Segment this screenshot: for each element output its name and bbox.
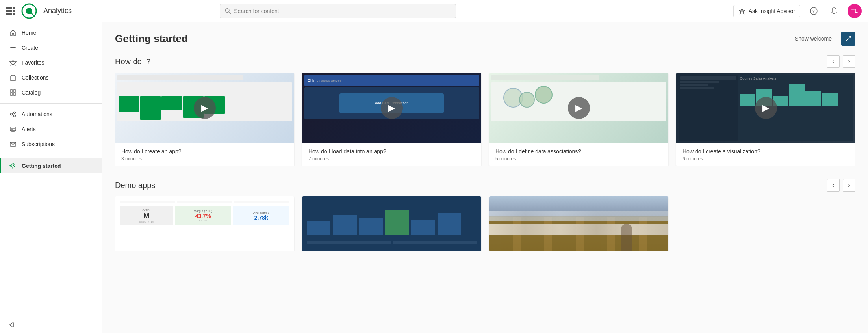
home-icon xyxy=(9,29,17,36)
star-icon xyxy=(9,59,17,66)
demo-apps-prev-button[interactable]: ‹ xyxy=(827,179,840,192)
collapse-sidebar-button[interactable] xyxy=(8,321,15,328)
how-do-i-title: How do I? xyxy=(115,57,150,66)
play-icon-3: ▶ xyxy=(568,97,590,119)
demo-apps-next-button[interactable]: › xyxy=(843,179,855,192)
search-bar[interactable] xyxy=(220,4,456,18)
page-title-row: Getting started Show welcome xyxy=(115,32,855,46)
video-card-4-duration: 6 minutes xyxy=(683,156,849,162)
play-icon-2: ▶ xyxy=(381,97,403,119)
play-icon-1: ▶ xyxy=(194,97,216,119)
video-thumb-2: Qlik Analytics Service Add Data Connecti… xyxy=(302,73,481,143)
sidebar-item-automations[interactable]: Automations xyxy=(0,107,102,122)
alerts-icon xyxy=(9,126,17,133)
demo-card-1[interactable]: (YTD) M Sales (YTD) Margin (YTD) 43.7% 4… xyxy=(115,196,294,251)
sidebar-label-catalog: Catalog xyxy=(22,89,41,96)
svg-line-2 xyxy=(32,13,35,17)
notifications-button[interactable] xyxy=(827,4,841,18)
video-card-2-title: How do I load data into an app? xyxy=(308,148,475,154)
sidebar-label-collections: Collections xyxy=(22,74,48,81)
show-welcome-link[interactable]: Show welcome xyxy=(795,35,832,42)
topnav-left: Analytics xyxy=(6,3,81,19)
svg-rect-22 xyxy=(10,127,16,131)
svg-point-17 xyxy=(11,113,13,115)
rocket-icon xyxy=(9,162,17,169)
video-card-3-title: How do I define data associations? xyxy=(495,148,662,154)
video-card-2-info: How do I load data into an app? 7 minute… xyxy=(302,143,481,166)
sidebar-divider-2 xyxy=(0,155,102,155)
catalog-icon xyxy=(9,89,17,96)
sidebar-item-favorites[interactable]: Favorites xyxy=(0,55,102,70)
sidebar-label-alerts: Alerts xyxy=(22,126,36,132)
video-thumb-4: Country Sales Analysis xyxy=(676,73,855,143)
help-button[interactable]: ? xyxy=(807,4,821,18)
plus-icon xyxy=(9,44,17,51)
svg-line-20 xyxy=(13,113,14,114)
video-card-1-duration: 3 minutes xyxy=(121,156,288,162)
search-icon xyxy=(225,8,231,14)
svg-point-18 xyxy=(14,112,16,114)
sidebar-item-collections[interactable]: Collections xyxy=(0,70,102,85)
demo-card-3-thumb xyxy=(489,196,668,251)
top-navigation: Analytics Ask Insight Advisor ? xyxy=(0,0,868,22)
demo-card-2[interactable] xyxy=(302,196,481,251)
video-card-3-info: How do I define data associations? 5 min… xyxy=(489,143,668,166)
demo-card-1-thumb: (YTD) M Sales (YTD) Margin (YTD) 43.7% 4… xyxy=(115,196,294,251)
sidebar-label-automations: Automations xyxy=(22,111,52,117)
demo-card-2-thumb xyxy=(302,196,481,251)
svg-rect-12 xyxy=(10,76,16,80)
video-card-3-duration: 5 minutes xyxy=(495,156,662,162)
video-card-2[interactable]: Qlik Analytics Service Add Data Connecti… xyxy=(302,73,481,166)
sidebar-item-alerts[interactable]: Alerts xyxy=(0,122,102,137)
video-card-3[interactable]: ▶ How do I define data associations? 5 m… xyxy=(489,73,668,166)
svg-point-6 xyxy=(741,10,743,12)
expand-icon xyxy=(845,35,851,42)
sidebar-item-home[interactable]: Home xyxy=(0,25,102,40)
video-card-4-info: How do I create a visualization? 6 minut… xyxy=(676,143,855,166)
page-title: Getting started xyxy=(115,33,188,45)
how-do-i-next-button[interactable]: › xyxy=(843,55,855,68)
sidebar-label-subscriptions: Subscriptions xyxy=(22,141,55,147)
sidebar-item-getting-started[interactable]: Getting started xyxy=(0,158,102,173)
video-card-4[interactable]: Country Sales Analysis xyxy=(676,73,855,166)
svg-point-19 xyxy=(14,115,16,117)
main-content: Getting started Show welcome How do I? ‹ xyxy=(102,22,868,333)
svg-rect-16 xyxy=(13,93,16,95)
insight-label: Ask Insight Advisor xyxy=(749,8,795,14)
sidebar-item-create[interactable]: Create xyxy=(0,40,102,55)
play-icon-4: ▶ xyxy=(755,97,777,119)
svg-line-21 xyxy=(13,115,14,115)
insight-advisor-button[interactable]: Ask Insight Advisor xyxy=(733,5,800,17)
demo-card-3[interactable] xyxy=(489,196,668,251)
video-cards-row: ▶ How do I create an app? 3 minutes Qlik… xyxy=(115,73,855,166)
avatar[interactable]: TL xyxy=(848,4,862,18)
sidebar-label-home: Home xyxy=(22,30,36,36)
svg-rect-14 xyxy=(13,90,16,92)
sidebar-label-create: Create xyxy=(22,45,38,51)
sidebar-bottom xyxy=(0,316,102,333)
video-card-1-info: How do I create an app? 3 minutes xyxy=(115,143,294,166)
grid-menu-icon[interactable] xyxy=(6,7,15,15)
sidebar-divider xyxy=(0,103,102,104)
video-card-1-title: How do I create an app? xyxy=(121,148,288,154)
qlik-logo xyxy=(21,3,37,19)
search-input[interactable] xyxy=(234,8,451,14)
video-card-4-title: How do I create a visualization? xyxy=(683,148,849,154)
sidebar-label-favorites: Favorites xyxy=(22,60,45,66)
sidebar-item-subscriptions[interactable]: Subscriptions xyxy=(0,137,102,152)
svg-point-26 xyxy=(13,165,14,166)
how-do-i-prev-button[interactable]: ‹ xyxy=(827,55,840,68)
svg-text:?: ? xyxy=(812,8,815,14)
sidebar-label-getting-started: Getting started xyxy=(22,163,61,169)
demo-apps-section-header: Demo apps ‹ › xyxy=(115,179,855,192)
video-card-1[interactable]: ▶ How do I create an app? 3 minutes xyxy=(115,73,294,166)
app-layout: Home Create Favorites xyxy=(0,22,868,333)
video-card-2-duration: 7 minutes xyxy=(308,156,475,162)
svg-rect-13 xyxy=(10,90,13,92)
svg-rect-15 xyxy=(10,93,13,95)
app-name: Analytics xyxy=(43,7,72,15)
sidebar-item-catalog[interactable]: Catalog xyxy=(0,85,102,100)
demo-apps-nav-arrows: ‹ › xyxy=(827,179,855,192)
sidebar: Home Create Favorites xyxy=(0,22,102,333)
expand-button[interactable] xyxy=(841,32,855,46)
